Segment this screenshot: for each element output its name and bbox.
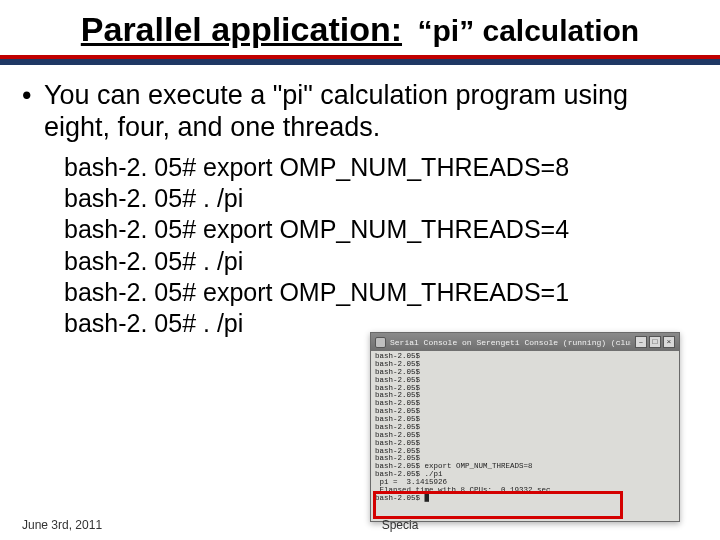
term-line: bash-2.05$ <box>375 408 675 416</box>
close-button[interactable]: × <box>663 336 675 348</box>
term-line: bash-2.05$ █ <box>375 495 675 503</box>
term-line: bash-2.05$ <box>375 424 675 432</box>
term-line: bash-2.05$ <box>375 416 675 424</box>
term-line: bash-2.05$ <box>375 440 675 448</box>
cmd-line: bash-2. 05# export OMP_NUM_THREADS=4 <box>64 214 698 245</box>
footer-date: June 3rd, 2011 <box>22 518 102 532</box>
console-title: Serial Console on Serengeti Console (run… <box>390 338 631 347</box>
cmd-line: bash-2. 05# . /pi <box>64 183 698 214</box>
divider <box>0 55 720 65</box>
footer: June 3rd, 2011 Specia <box>22 518 698 532</box>
body: • You can execute a "pi" calculation pro… <box>0 65 720 339</box>
term-line: bash-2.05$ <box>375 377 675 385</box>
footer-center: Specia <box>382 518 419 532</box>
cmd-line: bash-2. 05# . /pi <box>64 246 698 277</box>
term-line: bash-2.05$ <box>375 448 675 456</box>
slide-title: Parallel application: “pi” calculation <box>81 10 639 48</box>
bullet-text: You can execute a "pi" calculation progr… <box>44 79 698 144</box>
bullet-dot: • <box>22 79 44 144</box>
title-area: Parallel application: “pi” calculation <box>0 0 720 49</box>
term-line: bash-2.05$ <box>375 400 675 408</box>
minimize-button[interactable]: – <box>635 336 647 348</box>
term-line: bash-2.05$ <box>375 369 675 377</box>
term-line: bash-2.05$ <box>375 385 675 393</box>
term-line: bash-2.05$ <box>375 392 675 400</box>
slide: Parallel application: “pi” calculation •… <box>0 0 720 540</box>
bullet-item: • You can execute a "pi" calculation pro… <box>22 79 698 144</box>
console-output[interactable]: bash-2.05$ bash-2.05$ bash-2.05$ bash-2.… <box>371 351 679 521</box>
cmd-line: bash-2. 05# export OMP_NUM_THREADS=1 <box>64 277 698 308</box>
title-sub: “pi” calculation <box>417 14 639 47</box>
window-buttons: – □ × <box>635 336 675 348</box>
term-line: bash-2.05$ <box>375 361 675 369</box>
title-main: Parallel application: <box>81 10 402 48</box>
command-block: bash-2. 05# export OMP_NUM_THREADS=8 bas… <box>22 152 698 340</box>
console-titlebar[interactable]: Serial Console on Serengeti Console (run… <box>371 333 679 351</box>
cmd-line: bash-2. 05# export OMP_NUM_THREADS=8 <box>64 152 698 183</box>
terminal-icon <box>375 337 386 348</box>
term-line: bash-2.05$ <box>375 432 675 440</box>
maximize-button[interactable]: □ <box>649 336 661 348</box>
console-window: Serial Console on Serengeti Console (run… <box>370 332 680 522</box>
term-line: bash-2.05$ <box>375 353 675 361</box>
